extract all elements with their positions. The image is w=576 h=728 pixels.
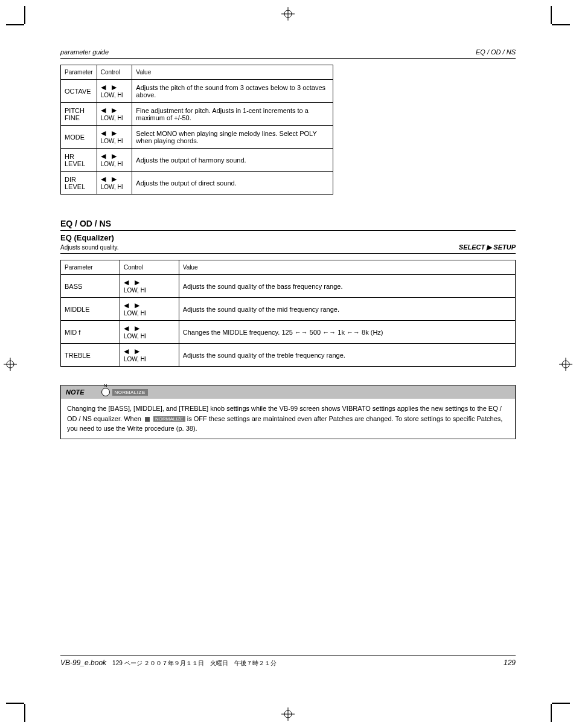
section-subtitle: EQ (Equalizer) [60,233,114,242]
stop-icon [145,417,150,422]
control-label: LOW, HI [101,115,124,121]
registration-mark [4,358,17,371]
col-header-parameter: Parameter [61,65,97,80]
param-name: OCTAVE [61,80,97,103]
triangle-right-icon [112,175,117,183]
param-control: LOW, HI [120,298,179,321]
triangle-right-icon [112,152,117,160]
triangle-right-icon [112,129,117,137]
triangle-left-icon [124,301,129,309]
param-name: DIR LEVEL [61,172,97,195]
control-label: LOW, HI [101,184,124,190]
triangle-right-icon [135,279,139,286]
col-header-value: Value [179,260,515,275]
footer-model: VB-99_e.book [60,659,106,667]
parameters-table-1: Parameter Control Value OCTAVE LOW, HI A… [60,65,333,195]
triangle-right-icon [135,324,139,332]
table-row: PITCH FINE LOW, HI Fine adjustment for p… [61,103,333,126]
param-value: Adjusts the sound quality of the mid fre… [179,298,515,321]
triangle-right-icon [112,83,117,91]
control-label: LOW, HI [101,138,124,144]
param-value: Adjusts the output of harmony sound. [132,149,333,172]
registration-mark [559,358,572,371]
param-control: LOW, HI [97,126,132,149]
table-row: MID f LOW, HI Changes the MIDDLE frequen… [61,321,516,344]
registration-mark [281,7,295,21]
crop-mark [12,12,36,36]
note-box: NOTE NORMALIZE Changing the [BASS], [MID… [60,385,516,439]
param-name: MODE [61,126,97,149]
note-body: Changing the [BASS], [MIDDLE], and [TREB… [61,399,515,439]
param-control: LOW, HI [97,149,132,172]
triangle-left-icon [101,106,106,114]
normalize-knob-icon [101,388,110,396]
triangle-left-icon [101,175,106,183]
control-label: LOW, HI [124,310,147,317]
param-value: Adjusts the pitch of the sound from 3 oc… [132,80,333,103]
table-row: HR LEVEL LOW, HI Adjusts the output of h… [61,149,333,172]
table-row: DIR LEVEL LOW, HI Adjusts the output of … [61,172,333,195]
crop-mark [12,692,36,716]
note-header: NOTE NORMALIZE [61,385,515,399]
param-control: LOW, HI [97,103,132,126]
triangle-left-icon [124,279,129,286]
triangle-left-icon [124,324,129,332]
footer-pageinfo: 129 ページ ２００７年９月１１日 火曜日 午後７時２１分 [112,660,277,666]
registration-mark [281,707,295,721]
header-right: EQ / OD / NS [476,48,516,56]
param-name: MID f [61,321,120,344]
param-value: Adjusts the sound quality of the bass fr… [179,275,515,298]
section-subtitle-row: EQ (Equalizer) Adjusts sound quality. SE… [60,231,516,254]
param-name: HR LEVEL [61,149,97,172]
param-value: Adjusts the sound quality of the treble … [179,344,515,367]
param-name: PITCH FINE [61,103,97,126]
parameters-table-2: Parameter Control Value BASS LOW, HI Adj… [60,260,516,367]
table-row: MODE LOW, HI Select MONO when playing si… [61,126,333,149]
header-left: parameter guide [60,48,109,56]
param-name: TREBLE [61,344,120,367]
page-header: parameter guide EQ / OD / NS [60,48,516,59]
param-value: Select MONO when playing single melody l… [132,126,333,149]
col-header-value: Value [132,65,333,80]
param-control: LOW, HI [120,344,179,367]
breadcrumb: SELECT ▶ SETUP [459,243,516,251]
table-row: TREBLE LOW, HI Adjusts the sound quality… [61,344,516,367]
param-name: BASS [61,275,120,298]
param-value: Changes the MIDDLE frequency. 125 ←→ 500… [179,321,515,344]
param-control: LOW, HI [97,80,132,103]
param-value: Adjusts the output of direct sound. [132,172,333,195]
table-row: OCTAVE LOW, HI Adjusts the pitch of the … [61,80,333,103]
crop-mark [540,692,564,716]
control-label: LOW, HI [124,287,147,294]
triangle-left-icon [124,347,129,355]
section-description: Adjusts sound quality. [60,244,119,251]
table-row: BASS LOW, HI Adjusts the sound quality o… [61,275,516,298]
control-label: LOW, HI [124,333,147,340]
param-control: LOW, HI [97,172,132,195]
triangle-left-icon [101,129,106,137]
note-label: NOTE [66,388,85,396]
triangle-right-icon [135,301,139,309]
table-row: MIDDLE LOW, HI Adjusts the sound quality… [61,298,516,321]
param-control: LOW, HI [120,321,179,344]
normalize-inline-chip: NORMALIZE [153,416,185,422]
control-label: LOW, HI [124,356,147,362]
col-header-parameter: Parameter [61,260,120,275]
triangle-left-icon [101,83,106,91]
page-footer: VB-99_e.book 129 ページ ２００７年９月１１日 火曜日 午後７時… [60,656,516,668]
triangle-right-icon [135,347,139,355]
triangle-right-icon [112,106,117,114]
triangle-left-icon [101,152,106,160]
page-number: 129 [504,659,516,668]
param-name: MIDDLE [61,298,120,321]
col-header-control: Control [97,65,132,80]
param-control: LOW, HI [120,275,179,298]
control-label: LOW, HI [101,92,124,98]
control-label: LOW, HI [101,161,124,167]
col-header-control: Control [120,260,179,275]
crop-mark [540,12,564,36]
param-value: Fine adjustment for pitch. Adjusts in 1-… [132,103,333,126]
section-title: EQ / OD / NS [60,219,516,231]
normalize-chip: NORMALIZE [112,389,148,396]
